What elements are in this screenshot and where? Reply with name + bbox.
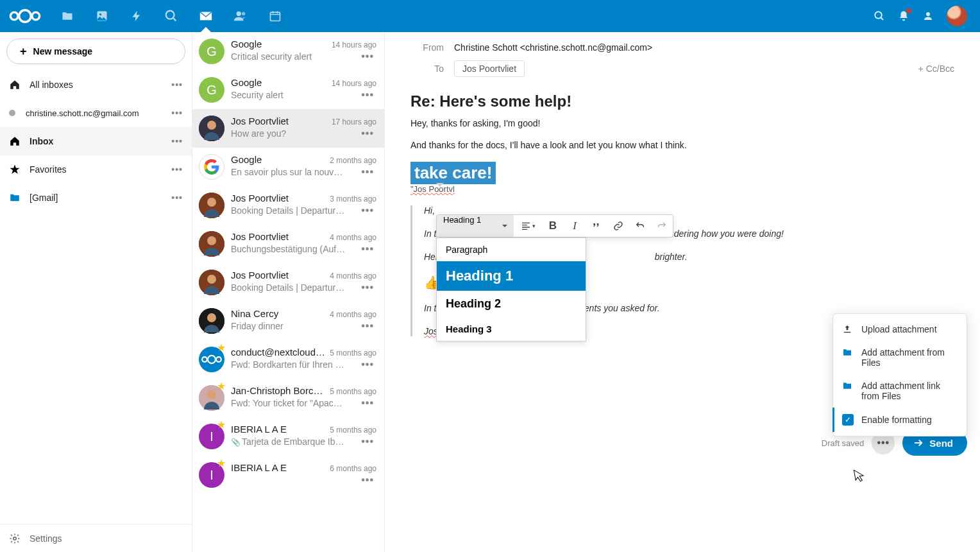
more-icon[interactable]: ••• (359, 205, 376, 216)
draft-status: Draft saved (822, 438, 864, 448)
message-item[interactable]: Jos Poortvliet17 hours agoHow are you?••… (192, 109, 384, 148)
more-icon[interactable]: ••• (359, 243, 376, 255)
gallery-app-icon[interactable] (85, 0, 119, 32)
message-item[interactable]: GGoogle14 hours agoSecurity alert••• (192, 71, 384, 109)
sidebar-inbox[interactable]: Inbox ••• (0, 127, 192, 155)
more-icon[interactable]: ••• (359, 359, 376, 370)
star-icon (9, 164, 21, 175)
bold-button[interactable]: B (542, 215, 564, 237)
message-time: 4 months ago (330, 233, 376, 242)
option-heading-2[interactable]: Heading 2 (437, 291, 586, 317)
more-icon[interactable]: ••• (359, 89, 376, 101)
more-icon[interactable]: ••• (359, 166, 376, 178)
message-list[interactable]: GGoogle14 hours agoCritical security ale… (192, 32, 385, 552)
more-icon[interactable]: ••• (359, 397, 376, 409)
more-icon[interactable]: ••• (171, 108, 183, 118)
svg-point-26 (207, 390, 216, 399)
user-avatar[interactable] (947, 6, 967, 26)
sidebar-item-label: All inboxes (30, 80, 73, 90)
highlighted-heading: take care! (410, 162, 496, 184)
search-app-icon[interactable] (154, 0, 189, 32)
upload-attachment[interactable]: Upload attachment (833, 318, 967, 341)
message-subject: En savoir plus sur la nouvelle … (231, 167, 346, 177)
svg-point-17 (207, 236, 216, 245)
sender-name: conduct@nextcloud.c… (231, 347, 327, 358)
svg-rect-8 (271, 12, 280, 21)
folder-icon (842, 381, 854, 391)
new-message-button[interactable]: + New message (6, 39, 185, 64)
more-icon[interactable]: ••• (359, 128, 376, 139)
sender-name: Nina Cercy (231, 308, 278, 319)
message-item[interactable]: IIBERIA L A E5 months ago📎Tarjeta de Emb… (192, 417, 384, 456)
sidebar-all-inboxes[interactable]: All inboxes ••• (0, 71, 192, 99)
message-item[interactable]: GGoogle14 hours agoCritical security ale… (192, 32, 384, 71)
message-subject: Booking Details | Departure: … (231, 282, 346, 293)
activity-app-icon[interactable] (119, 0, 154, 32)
more-icon[interactable]: ••• (359, 282, 376, 293)
recipient-chip[interactable]: Jos Poortvliet (454, 60, 525, 77)
message-time: 17 hours ago (332, 117, 376, 126)
more-icon[interactable]: ••• (171, 80, 183, 90)
message-item[interactable]: conduct@nextcloud.c…5 months agoFwd: Bor… (192, 340, 384, 379)
more-icon[interactable]: ••• (359, 474, 376, 486)
option-heading-1[interactable]: Heading 1 (437, 261, 586, 291)
message-item[interactable]: Google2 months agoEn savoir plus sur la … (192, 148, 384, 186)
svg-point-24 (216, 357, 221, 362)
message-item[interactable]: Nina Cercy4 months agoFriday dinner••• (192, 302, 384, 340)
mail-app-icon[interactable] (189, 0, 223, 32)
contacts-app-icon[interactable] (223, 0, 258, 32)
sidebar-item-label: Favorites (30, 164, 67, 175)
more-icon[interactable]: ••• (359, 51, 376, 62)
heading-select[interactable]: Heading 1 (437, 215, 514, 237)
nextcloud-logo[interactable] (6, 5, 44, 27)
redo-button[interactable] (651, 215, 673, 237)
more-icon[interactable]: ••• (171, 136, 183, 146)
message-item[interactable]: IIBERIA L A E6 months ago••• (192, 456, 384, 494)
sidebar-account[interactable]: christine.schott.nc@gmail.com ••• (0, 99, 192, 127)
folder-icon (842, 347, 854, 358)
add-link-from-files[interactable]: Add attachment link from Files (833, 374, 967, 408)
message-time: 5 months ago (330, 387, 376, 396)
link-button[interactable] (607, 215, 629, 237)
from-row: From Christine Schott <christine.schott.… (410, 39, 954, 56)
notifications-icon[interactable] (898, 10, 909, 22)
checkbox-checked-icon: ✓ (842, 414, 854, 426)
message-item[interactable]: Jos Poortvliet4 months agoBuchungsbestät… (192, 225, 384, 263)
message-time: 4 months ago (330, 272, 376, 280)
undo-button[interactable] (629, 215, 651, 237)
subject-input[interactable]: Re: Here's some help! (385, 87, 980, 118)
sender-name: Jos Poortvliet (231, 116, 289, 126)
attachment-popover: Upload attachment Add attachment from Fi… (832, 313, 967, 436)
more-icon[interactable]: ••• (359, 320, 376, 332)
avatar: I (199, 424, 224, 449)
svg-point-19 (207, 275, 216, 284)
calendar-app-icon[interactable] (258, 0, 292, 32)
sidebar-gmail-folder[interactable]: [Gmail] ••• (0, 184, 192, 212)
files-app-icon[interactable] (50, 0, 85, 32)
settings-button[interactable]: Settings (0, 524, 192, 552)
gear-icon (9, 533, 21, 544)
more-icon[interactable]: ••• (359, 436, 376, 447)
svg-point-1 (19, 10, 31, 22)
search-icon[interactable] (874, 10, 885, 22)
quote-button[interactable] (586, 215, 607, 237)
add-from-files[interactable]: Add attachment from Files (833, 341, 967, 374)
italic-button[interactable]: I (564, 215, 586, 237)
message-item[interactable]: Jan-Christoph Borchardt5 months agoFwd: … (192, 379, 384, 417)
more-icon[interactable]: ••• (171, 164, 183, 175)
new-message-label: New message (33, 46, 93, 56)
message-time: 14 hours ago (332, 79, 376, 88)
svg-point-4 (99, 13, 101, 15)
enable-formatting-toggle[interactable]: ✓ Enable formatting (832, 408, 967, 432)
message-item[interactable]: Jos Poortvliet3 months agoBooking Detail… (192, 186, 384, 225)
more-icon[interactable]: ••• (171, 193, 183, 203)
align-button[interactable]: ▾ (514, 215, 542, 237)
sidebar-favorites[interactable]: Favorites ••• (0, 155, 192, 184)
from-value[interactable]: Christine Schott <christine.schott.nc@gm… (454, 42, 652, 53)
option-heading-3[interactable]: Heading 3 (437, 317, 586, 341)
option-paragraph[interactable]: Paragraph (437, 238, 586, 261)
message-time: 4 months ago (330, 310, 376, 319)
message-item[interactable]: Jos Poortvliet4 months agoBooking Detail… (192, 263, 384, 302)
contacts-icon[interactable] (922, 10, 934, 22)
cc-bcc-toggle[interactable]: + Cc/Bcc (918, 64, 954, 74)
